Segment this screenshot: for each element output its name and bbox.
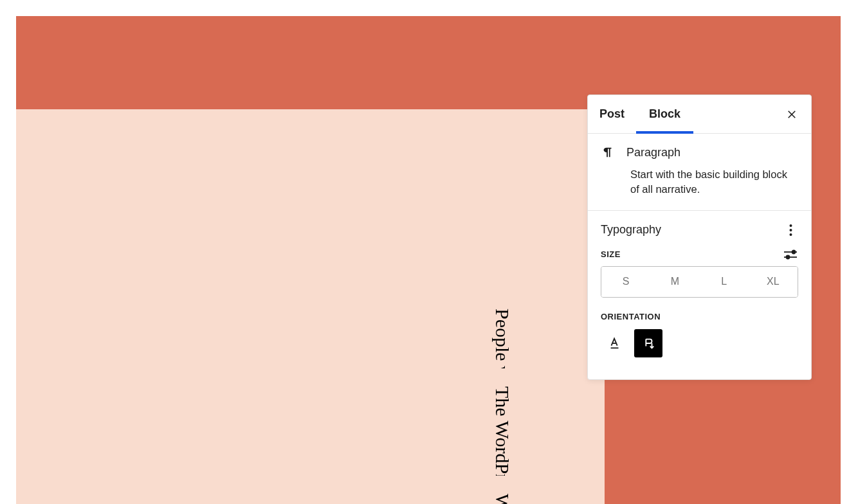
paragraph-icon xyxy=(601,145,615,159)
typography-title: Typography xyxy=(601,223,661,237)
close-panel-button[interactable] xyxy=(784,107,799,122)
block-info-section: Paragraph Start with the basic building … xyxy=(588,134,811,211)
size-s-button[interactable]: S xyxy=(601,267,650,297)
typography-header: Typography xyxy=(601,222,798,238)
orientation-label: ORIENTATION xyxy=(601,312,798,321)
size-l-button[interactable]: L xyxy=(700,267,749,297)
paragraph-text[interactable]: The WordPress open so enthusiastic devel… xyxy=(64,386,515,476)
settings-tabs: Post Block xyxy=(588,95,811,134)
size-m-button[interactable]: M xyxy=(650,267,699,297)
block-info-header: Paragraph xyxy=(601,145,798,159)
typography-more-button[interactable] xyxy=(783,222,798,238)
orientation-vertical-button[interactable] xyxy=(634,329,662,357)
custom-size-button[interactable] xyxy=(783,249,798,260)
tab-block[interactable]: Block xyxy=(636,95,693,133)
more-vertical-icon xyxy=(789,224,792,236)
svg-point-2 xyxy=(789,224,792,227)
close-icon xyxy=(786,109,798,120)
editor-canvas-background: WordPress started in 20 for an elegant, … xyxy=(16,16,841,504)
size-xl-button[interactable]: XL xyxy=(749,267,798,297)
paragraph-text[interactable]: WordPress started in 20 for an elegant, … xyxy=(64,494,515,504)
block-title: Paragraph xyxy=(626,146,680,159)
editor-content-area[interactable]: WordPress started in 20 for an elegant, … xyxy=(16,109,605,504)
text-vertical-icon xyxy=(641,336,655,350)
typography-section: Typography SIZE xyxy=(588,211,811,370)
size-header-row: SIZE xyxy=(601,249,798,260)
svg-point-8 xyxy=(787,255,790,258)
svg-point-4 xyxy=(789,233,792,236)
block-settings-panel: Post Block Paragraph Start with the basi… xyxy=(587,94,812,380)
vertical-paragraph-block[interactable]: WordPress started in 20 for an elegant, … xyxy=(64,309,515,504)
size-button-group: S M L XL xyxy=(601,266,798,298)
tab-post[interactable]: Post xyxy=(599,95,636,133)
svg-point-3 xyxy=(789,229,792,231)
orientation-button-group xyxy=(601,329,798,357)
orientation-horizontal-button[interactable] xyxy=(601,329,629,357)
svg-point-6 xyxy=(792,250,796,253)
sliders-icon xyxy=(783,249,798,260)
tab-label: Block xyxy=(649,107,680,121)
paragraph-text[interactable]: People with a limited te customize it in… xyxy=(64,309,515,368)
text-horizontal-icon xyxy=(608,336,622,350)
tab-label: Post xyxy=(599,107,625,121)
size-label: SIZE xyxy=(601,249,621,259)
block-description: Start with the basic building block of a… xyxy=(630,167,798,197)
